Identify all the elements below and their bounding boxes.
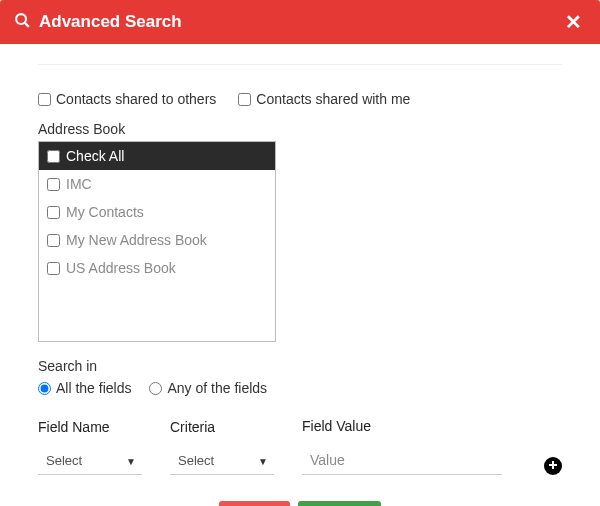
radio-label: Any of the fields	[167, 380, 267, 396]
list-item-label: Check All	[66, 148, 124, 164]
field-value-label: Field Value	[302, 418, 516, 434]
list-item-label: US Address Book	[66, 260, 176, 276]
radio-input[interactable]	[149, 382, 162, 395]
criteria-row: Field Name Select ▼ Criteria Select ▼	[38, 418, 562, 475]
field-value-input[interactable]	[302, 446, 502, 475]
advanced-search-modal: Advanced Search ✕ Contacts shared to oth…	[0, 0, 600, 506]
list-item[interactable]: Check All	[39, 142, 275, 170]
checkbox-input[interactable]	[47, 178, 60, 191]
field-name-select[interactable]: Select	[38, 447, 142, 475]
plus-icon	[548, 457, 558, 475]
action-buttons: RESET SEARCH	[38, 501, 562, 506]
all-fields-radio[interactable]: All the fields	[38, 380, 131, 396]
checkbox-input[interactable]	[47, 234, 60, 247]
checkbox-input[interactable]	[38, 93, 51, 106]
radio-input[interactable]	[38, 382, 51, 395]
add-criteria-button[interactable]	[544, 457, 562, 475]
contacts-shared-with-me-checkbox[interactable]: Contacts shared with me	[238, 91, 410, 107]
checkbox-input[interactable]	[47, 206, 60, 219]
checkbox-label: Contacts shared to others	[56, 91, 216, 107]
search-button[interactable]: SEARCH	[298, 501, 381, 506]
address-book-label: Address Book	[38, 121, 562, 137]
list-item[interactable]: US Address Book	[39, 254, 275, 282]
list-item-label: My New Address Book	[66, 232, 207, 248]
divider	[38, 64, 562, 65]
criteria-select[interactable]: Select	[170, 447, 274, 475]
list-item-label: IMC	[66, 176, 92, 192]
any-fields-radio[interactable]: Any of the fields	[149, 380, 267, 396]
address-book-list[interactable]: Check All IMC My Contacts My New Address…	[38, 141, 276, 342]
share-filter-row: Contacts shared to others Contacts share…	[38, 91, 562, 107]
contacts-shared-to-others-checkbox[interactable]: Contacts shared to others	[38, 91, 216, 107]
modal-header: Advanced Search ✕	[0, 0, 600, 44]
list-item[interactable]: My Contacts	[39, 198, 275, 226]
search-icon	[14, 12, 31, 33]
search-in-section: Search in All the fields Any of the fiel…	[38, 358, 562, 396]
criteria-label: Criteria	[170, 419, 274, 435]
modal-body: Contacts shared to others Contacts share…	[0, 44, 600, 506]
field-name-label: Field Name	[38, 419, 142, 435]
list-item-label: My Contacts	[66, 204, 144, 220]
list-item[interactable]: IMC	[39, 170, 275, 198]
checkbox-input[interactable]	[238, 93, 251, 106]
checkbox-input[interactable]	[47, 150, 60, 163]
checkbox-input[interactable]	[47, 262, 60, 275]
close-button[interactable]: ✕	[561, 10, 586, 34]
modal-title: Advanced Search	[39, 12, 182, 32]
close-icon: ✕	[565, 11, 582, 33]
radio-label: All the fields	[56, 380, 131, 396]
svg-point-0	[16, 14, 26, 24]
search-in-label: Search in	[38, 358, 562, 374]
list-item[interactable]: My New Address Book	[39, 226, 275, 254]
svg-line-1	[25, 22, 29, 26]
reset-button[interactable]: RESET	[219, 501, 290, 506]
checkbox-label: Contacts shared with me	[256, 91, 410, 107]
